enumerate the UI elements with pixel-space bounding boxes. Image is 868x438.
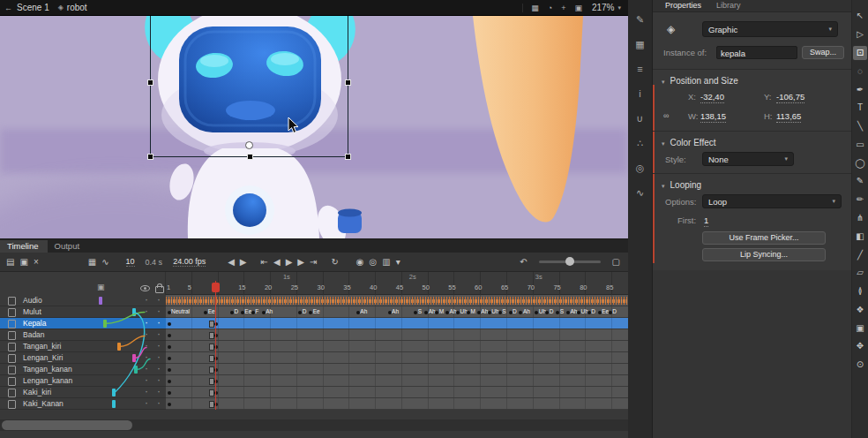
- keyframe-dot[interactable]: [168, 322, 171, 326]
- layer-frames[interactable]: [166, 364, 628, 375]
- free-transform-tool[interactable]: ⊡: [853, 46, 867, 60]
- add-camera-button[interactable]: ▣: [97, 283, 105, 291]
- section-color-effect[interactable]: ▾Color Effect: [662, 138, 716, 147]
- first-frame-value[interactable]: 1: [704, 215, 708, 227]
- tab-output[interactable]: Output: [48, 240, 89, 253]
- layer-name-cell[interactable]: Mulut··: [0, 306, 166, 318]
- layer-parent-chip[interactable]: [134, 366, 138, 374]
- layer-name-cell[interactable]: Kaki_Kanan··: [0, 398, 166, 410]
- adjust-timeline-view-button[interactable]: ▦: [88, 257, 96, 267]
- selection-tool[interactable]: ↖: [853, 9, 867, 23]
- keyframe-dot[interactable]: [230, 311, 234, 314]
- layer-parent-chip[interactable]: [117, 343, 121, 351]
- zoom-level-select[interactable]: 217% ▾: [592, 3, 621, 12]
- delete-layer-button[interactable]: ×: [34, 257, 39, 267]
- keyframe-dot[interactable]: [545, 311, 549, 314]
- section-position-size[interactable]: ▾Position and Size: [662, 76, 738, 86]
- layer-visibility-dot[interactable]: ·: [145, 351, 148, 363]
- layer-frames[interactable]: NeutralEeDEeFAhDEeAhAhSAhMAhUhMAhUhSDAhU…: [166, 306, 628, 318]
- layer-frames[interactable]: [166, 318, 628, 329]
- keyframe-dot[interactable]: [566, 311, 570, 314]
- layer-frames[interactable]: [166, 398, 628, 410]
- x-value[interactable]: -32,40: [700, 92, 724, 103]
- layer-visibility-dot[interactable]: ·: [145, 374, 148, 386]
- graph-editor-button[interactable]: ∿: [101, 257, 108, 267]
- h-value[interactable]: 113,65: [776, 111, 801, 123]
- layer-lock-dot[interactable]: ·: [157, 362, 161, 374]
- keyframe-dot[interactable]: [509, 311, 513, 314]
- web-panel-icon[interactable]: ◎: [632, 160, 649, 176]
- new-folder-button[interactable]: ▣: [19, 257, 27, 267]
- current-frame-field[interactable]: 10: [126, 257, 135, 267]
- selection-handle-se[interactable]: [345, 154, 351, 160]
- layer-visibility-dot[interactable]: ·: [145, 385, 148, 397]
- tab-library[interactable]: Library: [716, 1, 741, 10]
- tab-properties[interactable]: Properties: [665, 1, 701, 10]
- keyframe-dot[interactable]: [435, 311, 438, 314]
- rectangle-tool[interactable]: ▭: [853, 138, 867, 152]
- paragraph-panel-icon[interactable]: ≡: [632, 61, 649, 77]
- clip-content-icon[interactable]: ▣: [574, 4, 582, 12]
- center-stage-icon[interactable]: +: [561, 4, 565, 12]
- onion-skin-button[interactable]: ◉: [356, 257, 364, 267]
- layer-parent-chip[interactable]: [112, 400, 116, 408]
- timeline-zoom-thumb[interactable]: [565, 257, 574, 266]
- keyframe-dot[interactable]: [519, 311, 522, 314]
- keyframe-dot[interactable]: [445, 311, 449, 314]
- horizontal-scrollbar-thumb[interactable]: [2, 420, 132, 430]
- breadcrumb-symbol[interactable]: robot: [67, 3, 87, 12]
- keyframe-dot[interactable]: [598, 311, 602, 314]
- layer-parent-chip[interactable]: [103, 320, 107, 328]
- keyframe-dot[interactable]: [251, 311, 255, 314]
- keyframe-dot[interactable]: [298, 311, 302, 314]
- line-tool[interactable]: ╲: [853, 119, 867, 133]
- layer-parent-chip[interactable]: [132, 308, 136, 316]
- layer-name-cell[interactable]: Kaki_kiri··: [0, 387, 166, 398]
- eyedropper-tool[interactable]: ╱: [853, 248, 867, 262]
- reset-timeline-zoom-button[interactable]: ↶: [520, 257, 527, 267]
- tab-timeline[interactable]: Timeline: [0, 240, 48, 253]
- oval-tool[interactable]: ◯: [853, 156, 867, 170]
- layer-parent-chip[interactable]: [112, 389, 116, 396]
- timeline-zoom-slider[interactable]: [539, 261, 601, 263]
- loop-options-select[interactable]: Loop ▾: [702, 194, 842, 208]
- hand-tool[interactable]: ✥: [853, 339, 867, 353]
- breadcrumb-scene[interactable]: Scene 1: [17, 3, 49, 12]
- layer-name-cell[interactable]: Audio··: [0, 295, 166, 306]
- rotation-icon[interactable]: ◔: [548, 4, 552, 12]
- keyframe-dot[interactable]: [587, 311, 591, 314]
- history-panel-icon[interactable]: ∿: [632, 185, 649, 200]
- frame-ruler[interactable]: 1s2s3s1510152025303540455055606570758085: [166, 272, 628, 295]
- loop-playback-button[interactable]: ↻: [331, 257, 338, 267]
- keyframe-dot[interactable]: [535, 311, 538, 314]
- info-panel-icon[interactable]: i: [632, 86, 649, 102]
- selection-handle-e[interactable]: [345, 79, 351, 86]
- selection-handle-sw[interactable]: [147, 154, 153, 160]
- section-looping[interactable]: ▾Looping: [662, 180, 701, 190]
- scene-back-icon[interactable]: ←: [4, 4, 12, 12]
- layer-lock-dot[interactable]: ·: [157, 305, 161, 317]
- keyframe-dot[interactable]: [456, 311, 460, 314]
- layer-name-cell[interactable]: Tangan_kanan··: [0, 364, 166, 375]
- keyframe-dot[interactable]: [204, 311, 207, 314]
- keyframe-dot[interactable]: [309, 311, 312, 314]
- layer-frames[interactable]: [166, 295, 628, 306]
- keyframe-dot[interactable]: [388, 311, 392, 314]
- layer-lock-dot[interactable]: ·: [157, 374, 161, 386]
- layer-lock-dot[interactable]: ·: [157, 316, 161, 328]
- keyframe-dot[interactable]: [168, 311, 171, 314]
- keyframe-dot[interactable]: [609, 311, 612, 314]
- onion-skin-outlines-button[interactable]: ◎: [370, 257, 378, 267]
- keyframe-dot[interactable]: [488, 311, 491, 314]
- pen-tool[interactable]: ✒: [853, 83, 867, 97]
- layer-visibility-dot[interactable]: ·: [145, 305, 148, 317]
- y-value[interactable]: -106,75: [776, 92, 804, 103]
- step-back-button[interactable]: ◀: [228, 257, 235, 267]
- prev-keyframe-button[interactable]: ◀: [273, 257, 281, 267]
- brush-tool[interactable]: ✏: [853, 193, 867, 207]
- stage-canvas[interactable]: [0, 16, 628, 238]
- keyframe-dot[interactable]: [168, 345, 171, 349]
- layer-visibility-dot[interactable]: ·: [145, 316, 148, 328]
- layer-parent-chip[interactable]: [99, 297, 102, 305]
- camera-tool[interactable]: ▣: [853, 321, 867, 336]
